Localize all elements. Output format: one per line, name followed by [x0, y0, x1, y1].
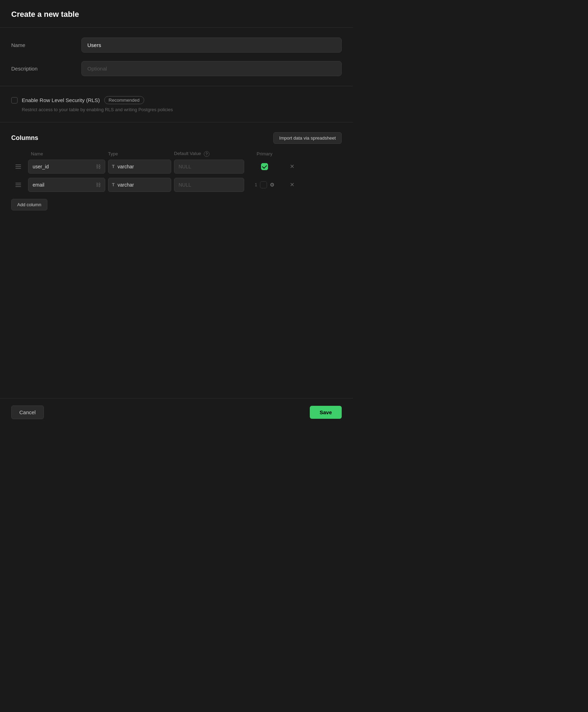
- page-title: Create a new table: [11, 10, 342, 19]
- column-default-input[interactable]: [179, 182, 240, 188]
- col-header-type: Type: [108, 151, 171, 156]
- type-text-icon: T: [112, 182, 115, 187]
- col-name-wrapper: ⛓: [28, 160, 105, 174]
- rls-description: Restrict access to your table by enablin…: [22, 107, 342, 112]
- rls-section: Enable Row Level Security (RLS) Recommen…: [0, 86, 353, 122]
- col-header-primary: Primary: [247, 151, 282, 156]
- name-label: Name: [11, 42, 81, 48]
- col-name-wrapper: ⛓: [28, 178, 105, 192]
- column-name-input[interactable]: [33, 164, 94, 169]
- add-column-button[interactable]: Add column: [11, 199, 47, 210]
- gear-icon[interactable]: ⚙: [270, 182, 274, 188]
- rls-badge: Recommended: [104, 96, 144, 104]
- save-button[interactable]: Save: [310, 406, 342, 419]
- type-text-icon: T: [112, 164, 115, 169]
- description-label: Description: [11, 66, 81, 72]
- col-type-wrapper: T ▲ ▼: [108, 160, 171, 174]
- column-name-input[interactable]: [33, 182, 94, 188]
- col-type-wrapper: T ▲ ▼: [108, 178, 171, 192]
- columns-section: Columns Import data via spreadsheet Name…: [0, 122, 353, 398]
- default-value-help-icon[interactable]: ?: [204, 151, 209, 157]
- header: Create a new table: [0, 0, 353, 28]
- columns-title: Columns: [11, 134, 38, 142]
- primary-checkbox[interactable]: [261, 163, 268, 170]
- column-type-input[interactable]: [118, 182, 179, 188]
- form-section: Name Description: [0, 28, 353, 86]
- column-default-input[interactable]: [179, 164, 240, 169]
- drag-handle[interactable]: [11, 181, 25, 188]
- table-row: ⛓ T ▲ ▼ ✕: [11, 160, 342, 174]
- row-number: 1: [255, 182, 257, 187]
- column-type-input[interactable]: [118, 164, 179, 169]
- rls-checkbox[interactable]: [11, 97, 18, 103]
- columns-header: Columns Import data via spreadsheet: [11, 132, 342, 144]
- col-primary-wrapper: 1 ⚙: [247, 178, 282, 192]
- col-default-wrapper: [174, 160, 244, 174]
- name-row: Name: [11, 38, 342, 53]
- col-default-wrapper: [174, 178, 244, 192]
- link-icon[interactable]: ⛓: [94, 181, 102, 189]
- cancel-button[interactable]: Cancel: [11, 405, 44, 419]
- import-spreadsheet-button[interactable]: Import data via spreadsheet: [273, 132, 342, 144]
- footer: Cancel Save: [0, 398, 353, 426]
- remove-column-button[interactable]: ✕: [285, 163, 299, 170]
- rls-label: Enable Row Level Security (RLS): [22, 97, 100, 103]
- name-input[interactable]: [81, 38, 342, 53]
- drag-handle[interactable]: [11, 163, 25, 170]
- table-row: ⛓ T ▲ ▼ 1 ⚙ ✕: [11, 178, 342, 192]
- page-container: Create a new table Name Description Enab…: [0, 0, 353, 426]
- column-headers: Name Type Default Value ? Primary: [11, 151, 342, 160]
- link-icon[interactable]: ⛓: [94, 162, 102, 171]
- remove-column-button[interactable]: ✕: [285, 181, 299, 188]
- description-input[interactable]: [81, 61, 342, 76]
- col-header-name: Name: [28, 151, 105, 156]
- col-primary-wrapper: [247, 160, 282, 174]
- col-header-default: Default Value ?: [174, 151, 244, 157]
- description-row: Description: [11, 61, 342, 76]
- primary-checkbox[interactable]: [260, 181, 267, 188]
- rls-row: Enable Row Level Security (RLS) Recommen…: [11, 96, 342, 104]
